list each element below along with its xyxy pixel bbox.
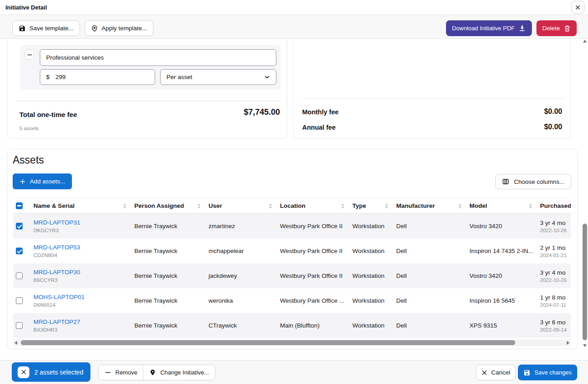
sort-icon[interactable] <box>341 203 345 209</box>
asset-count-note: 5 assets <box>19 126 39 131</box>
horizontal-scroll-thumb[interactable] <box>21 340 515 345</box>
asset-age: 1 yr 8 mo <box>540 294 571 301</box>
cell-user: CTraywick <box>209 322 280 329</box>
remove-fee-button[interactable] <box>24 50 34 60</box>
asset-name-link[interactable]: MRD-LAPTOP53 <box>33 244 134 251</box>
cell-name-serial: MRD-LAPTOP31 DKGCYR3 <box>33 219 134 233</box>
asset-table-body: MRD-LAPTOP31 DKGCYR3 Bernie Traywick zma… <box>13 214 571 338</box>
cancel-button[interactable]: Cancel <box>476 365 516 380</box>
minus-icon <box>27 52 33 58</box>
asset-name-link[interactable]: MRD-LAPTOP30 <box>33 269 134 276</box>
column-header-type[interactable]: Type <box>352 198 396 213</box>
save-template-label: Save template... <box>29 25 74 32</box>
sort-icon[interactable] <box>269 203 272 209</box>
cell-type: Workstation <box>352 272 396 279</box>
horizontal-scrollbar[interactable] <box>13 339 571 346</box>
vertical-scroll-thumb[interactable] <box>583 224 587 340</box>
clear-selection-button[interactable] <box>18 366 29 378</box>
asset-serial: D6N5514 <box>33 302 134 308</box>
cell-name-serial: MOHS-LAPTOP01 D6N5514 <box>33 294 134 308</box>
save-template-button[interactable]: Save template... <box>12 20 80 36</box>
selection-pill[interactable]: 2 assets selected <box>12 362 90 382</box>
assets-card: Assets Add assets... Choose columns... N… <box>7 149 578 349</box>
divider <box>302 98 564 99</box>
asset-age: 3 yr 6 mo <box>540 319 571 326</box>
column-label: Manufacturer <box>396 202 435 209</box>
fee-amount-input[interactable]: $ 299 <box>40 69 155 85</box>
asset-name-link[interactable]: MOHS-LAPTOP01 <box>33 294 134 300</box>
cell-type: Workstation <box>352 223 396 229</box>
table-row[interactable]: MRD-LAPTOP31 DKGCYR3 Bernie Traywick zma… <box>13 214 571 239</box>
column-header-user[interactable]: User <box>209 198 280 213</box>
sort-icon[interactable] <box>385 203 389 209</box>
close-icon <box>21 369 27 375</box>
remove-button[interactable]: Remove <box>99 365 143 380</box>
download-pdf-button[interactable]: Download Initiative PDF <box>446 20 532 36</box>
delete-button[interactable]: Delete <box>536 20 577 36</box>
asset-table-header: Name & SerialPerson AssignedUserLocation… <box>13 198 571 214</box>
cell-user: jackdewey <box>209 272 280 279</box>
change-initiative-button[interactable]: Change Initiative... <box>143 365 215 380</box>
cell-purchased: 1 yr 8 mo 2024-07-11 <box>540 294 571 308</box>
column-header-manufacturer[interactable]: Manufacturer <box>396 198 469 213</box>
add-assets-label: Add assets... <box>30 178 65 185</box>
sort-icon[interactable] <box>529 203 532 209</box>
row-checkbox[interactable] <box>16 223 23 229</box>
sort-icon[interactable] <box>458 203 462 209</box>
sort-icon[interactable] <box>123 203 127 209</box>
cell-name-serial: MRD-LAPTOP30 B6CCYR3 <box>33 269 134 283</box>
cell-model: XPS 9315 <box>469 322 540 329</box>
select-all-checkbox[interactable] <box>16 202 23 209</box>
modal-titlebar: Initiative Detail <box>0 0 588 15</box>
purchase-date: 2022-10-26 <box>540 277 571 283</box>
sort-icon[interactable] <box>197 203 201 209</box>
cell-location: Westbury Park Office II <box>280 248 352 254</box>
column-header-purchased[interactable]: Purchased <box>540 198 571 213</box>
cell-person-assigned: Bernie Traywick <box>134 272 209 279</box>
column-label: Location <box>280 202 305 209</box>
row-checkbox[interactable] <box>16 297 23 304</box>
column-header-name-serial[interactable]: Name & Serial <box>33 198 134 213</box>
fee-name-input[interactable]: Professional services <box>40 49 276 66</box>
minus-icon <box>104 369 111 376</box>
save-changes-button[interactable]: Save changes <box>518 365 577 380</box>
cell-model: Vostro 3420 <box>469 272 540 279</box>
asset-name-link[interactable]: MRD-LAPTOP31 <box>33 219 134 226</box>
plus-icon <box>19 178 26 185</box>
monthly-fee-label: Monthly fee <box>302 108 339 116</box>
table-row[interactable]: MRD-LAPTOP27 BX3DHR3 Bernie Traywick CTr… <box>13 313 571 338</box>
purchase-date: 2022-09-14 <box>540 327 571 332</box>
scroll-left-arrow[interactable] <box>14 341 17 345</box>
scroll-right-arrow[interactable] <box>567 341 569 345</box>
choose-columns-button[interactable]: Choose columns... <box>495 174 571 189</box>
asset-name-link[interactable]: MRD-LAPTOP27 <box>33 318 134 325</box>
choose-columns-label: Choose columns... <box>514 178 564 185</box>
row-checkbox[interactable] <box>16 272 23 279</box>
row-checkbox[interactable] <box>16 248 23 254</box>
close-button[interactable] <box>571 1 584 14</box>
one-time-fee-value: $7,745.00 <box>244 108 280 117</box>
modal-content: Professional services $ 299 Per asset To… <box>0 39 588 360</box>
add-assets-button[interactable]: Add assets... <box>13 173 72 189</box>
column-header-person-assigned[interactable]: Person Assigned <box>134 198 209 213</box>
table-row[interactable]: MRD-LAPTOP53 CDZNB04 Bernie Traywick mch… <box>13 239 571 263</box>
vertical-scrollbar[interactable] <box>583 39 588 350</box>
apply-template-button[interactable]: Apply template... <box>85 20 154 36</box>
pin-icon <box>91 25 98 32</box>
assets-heading: Assets <box>13 154 44 166</box>
table-row[interactable]: MOHS-LAPTOP01 D6N5514 Bernie Traywick we… <box>13 288 571 313</box>
fee-unit-select[interactable]: Per asset <box>160 69 276 85</box>
cell-location: Westbury Park Office II <box>280 223 352 229</box>
column-header-model[interactable]: Model <box>469 198 540 213</box>
download-icon <box>518 24 526 32</box>
column-header-location[interactable]: Location <box>280 198 352 213</box>
row-checkbox[interactable] <box>16 322 23 329</box>
asset-serial: B6CCYR3 <box>33 277 134 283</box>
annual-fee-label: Annual fee <box>302 124 336 131</box>
cell-purchased: 3 yr 4 mo 2022-10-26 <box>540 220 571 233</box>
scroll-up-arrow[interactable] <box>583 40 587 42</box>
table-row[interactable]: MRD-LAPTOP30 B6CCYR3 Bernie Traywick jac… <box>13 263 571 288</box>
cancel-label: Cancel <box>491 369 510 376</box>
cell-purchased: 3 yr 6 mo 2022-09-14 <box>540 319 571 332</box>
scroll-down-arrow[interactable] <box>583 344 587 347</box>
